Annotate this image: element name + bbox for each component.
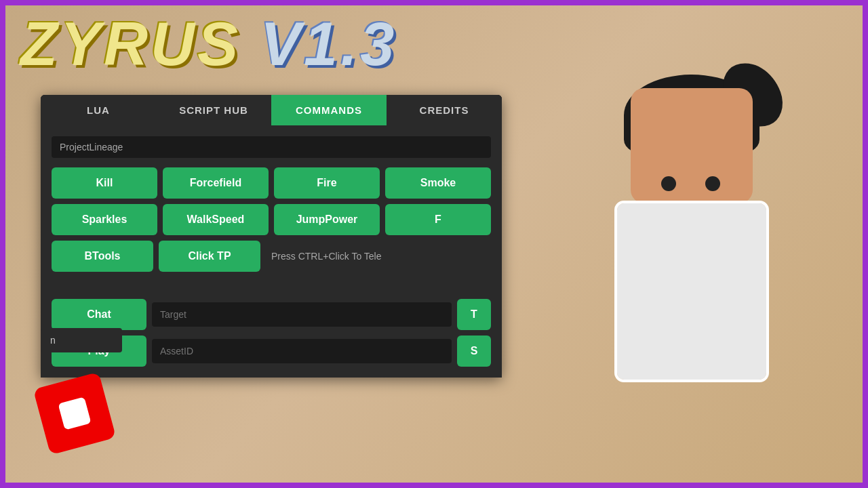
forcefield-button[interactable]: Forcefield [163, 167, 269, 199]
chat-row: Chat T [52, 299, 491, 330]
project-bar: ProjectLineage [52, 136, 491, 158]
character-outline [614, 201, 769, 382]
walkspeed-button[interactable]: WalkSpeed [163, 204, 269, 235]
partial-left-panel: n [41, 328, 122, 352]
target-input[interactable] [152, 302, 452, 327]
tab-commands[interactable]: COMMANDS [271, 95, 387, 125]
fire-button[interactable]: Fire [274, 167, 380, 199]
f-button[interactable]: F [385, 204, 491, 235]
character-torso [617, 203, 766, 380]
character-eye-right [705, 176, 720, 191]
character-body [570, 34, 814, 474]
title-version: V1.3 [260, 10, 397, 78]
click-tp-button[interactable]: Click TP [159, 241, 260, 272]
roblox-icon [58, 397, 92, 430]
button-row-2: Sparkles WalkSpeed JumpPower F [52, 204, 491, 235]
tab-credits[interactable]: CREDITS [387, 95, 502, 125]
sparkles-button[interactable]: Sparkles [52, 204, 157, 235]
tab-lua[interactable]: LUA [41, 95, 156, 125]
character-head [631, 88, 753, 203]
title-area: ZYRUS V1.3 [20, 14, 397, 75]
btools-button[interactable]: BTools [52, 241, 153, 272]
button-row-3: BTools Click TP Press CTRL+Click To Tele [52, 241, 491, 272]
character-eye-left [661, 176, 676, 191]
tab-bar: LUA SCRIPT HUB COMMANDS CREDITS [41, 95, 502, 125]
app-title: ZYRUS V1.3 [20, 14, 397, 75]
jumppower-button[interactable]: JumpPower [274, 204, 380, 235]
character-area [475, 0, 868, 488]
kill-button[interactable]: Kill [52, 167, 157, 199]
play-action-button[interactable]: S [457, 336, 491, 367]
chat-action-button[interactable]: T [457, 299, 491, 330]
title-main: ZYRUS [20, 10, 241, 78]
tab-script-hub[interactable]: SCRIPT HUB [156, 95, 271, 125]
chat-button[interactable]: Chat [52, 299, 146, 330]
button-row-1: Kill Forcefield Fire Smoke [52, 167, 491, 199]
assetid-input[interactable] [152, 339, 452, 363]
smoke-button[interactable]: Smoke [385, 167, 491, 199]
ctrl-click-text: Press CTRL+Click To Tele [266, 241, 387, 271]
